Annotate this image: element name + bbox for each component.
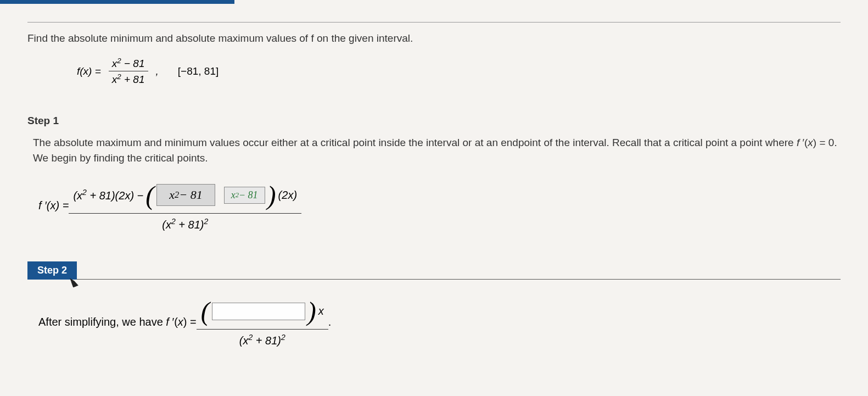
derivative-fraction: (x2 + 81)(2x) − ( x2 − 81 x2 − 81 ) (2x)… [69,177,301,235]
derivative-lhs: f ′(x) = [38,199,69,212]
function-definition: f(x) = x2 − 81 x2 + 81 , [−81, 81] [27,55,841,87]
step2-numerator: ( ) x [197,293,328,330]
problem-content: Find the absolute minimum and absolute m… [0,4,868,367]
answer-input-empty[interactable] [212,303,305,320]
derivative-numerator: (x2 + 81)(2x) − ( x2 − 81 x2 − 81 ) (2x) [69,177,301,214]
step2-label: Step 2 [27,261,77,280]
step2-fraction: ( ) x (x2 + 81)2 [197,293,328,350]
problem-statement: Find the absolute minimum and absolute m… [27,32,841,44]
header-progress-bar [0,0,234,4]
divider-top [27,22,841,23]
comma: , [156,65,159,77]
num-part1: (x2 + 81)(2x) − [73,188,143,202]
step2-container: Step 2 [27,261,77,280]
step1-derivative-equation: f ′(x) = (x2 + 81)(2x) − ( x2 − 81 x2 − … [27,177,841,235]
step2-num-suffix: x [318,305,324,317]
step2-text-before: After simplifying, we have f ′(x) = [38,316,197,328]
step1-text: The absolute maximum and minimum values … [27,135,841,166]
right-paren-icon-2: ) [307,296,316,326]
step2-equation: After simplifying, we have f ′(x) = ( ) … [27,293,841,350]
function-numerator: x2 − 81 [109,55,148,71]
step2-denominator: (x2 + 81)2 [235,330,290,350]
num-part2: (2x) [278,189,297,202]
derivative-denominator: (x2 + 81)2 [158,214,212,235]
function-lhs: f(x) = [77,65,101,77]
step2-tail: . [328,316,332,328]
function-denominator: x2 + 81 [109,71,148,87]
step1-label: Step 1 [27,115,841,127]
answer-input-filled[interactable]: x2 − 81 [156,184,215,206]
function-fraction: x2 − 81 x2 + 81 [109,55,148,87]
step2-divider [27,279,841,280]
answer-feedback-correct: x2 − 81 [224,187,265,204]
left-paren-icon-2: ( [201,296,210,326]
left-paren-icon: ( [145,180,154,210]
interval: [−81, 81] [178,65,219,77]
right-paren-icon: ) [267,180,276,210]
